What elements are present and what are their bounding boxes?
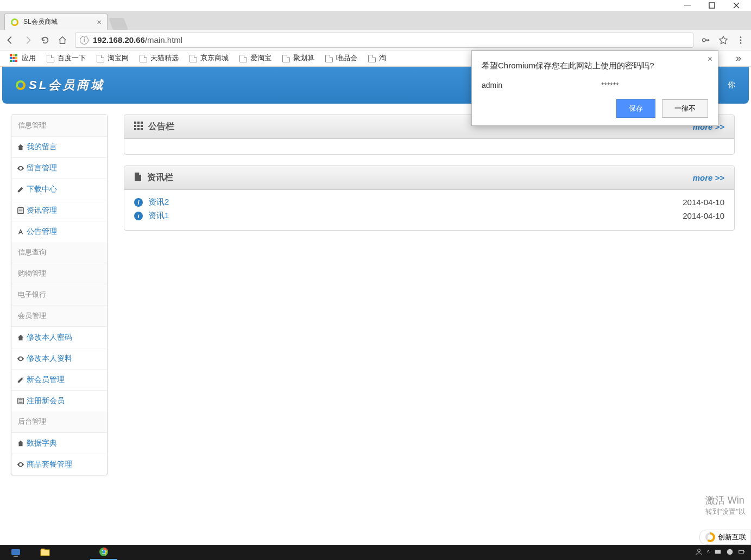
svg-point-4 bbox=[703, 39, 705, 41]
sidebar-item[interactable]: 资讯管理 bbox=[11, 200, 107, 221]
tab-close-icon[interactable]: × bbox=[97, 17, 102, 27]
list-icon bbox=[17, 207, 26, 214]
url-host: 192.168.20.66 bbox=[93, 35, 145, 44]
browser-tab[interactable]: SL会员商城 × bbox=[4, 14, 108, 30]
main-column: 公告栏 more >> 资讯栏 more >> i资讯22014-04-10i资… bbox=[124, 114, 735, 516]
home-button[interactable] bbox=[58, 35, 67, 45]
popup-password: ****** bbox=[601, 81, 619, 90]
sidebar-section-header: 购物管理 bbox=[11, 263, 107, 284]
page-icon bbox=[282, 55, 290, 62]
panel-header: 资讯栏 more >> bbox=[124, 166, 734, 190]
menu-icon[interactable] bbox=[736, 35, 746, 45]
news-row[interactable]: i资讯12014-04-10 bbox=[134, 209, 724, 222]
sidebar-section-header: 后台管理 bbox=[11, 411, 107, 432]
site-info-icon[interactable]: i bbox=[80, 36, 89, 44]
sidebar-item[interactable]: 修改本人资料 bbox=[11, 348, 107, 369]
news-more-link[interactable]: more >> bbox=[693, 173, 724, 182]
svg-rect-20 bbox=[137, 125, 140, 127]
sidebar-item-label: 我的留言 bbox=[27, 142, 57, 152]
page-icon bbox=[368, 55, 376, 62]
bookmark-item[interactable]: 天猫精选 bbox=[135, 52, 183, 65]
header-right-text: 你 bbox=[728, 80, 735, 90]
bookmark-item[interactable]: 百度一下 bbox=[42, 52, 90, 65]
window-titlebar bbox=[0, 0, 751, 11]
logo-ring-icon bbox=[16, 80, 26, 90]
sidebar-item-label: 数据字典 bbox=[27, 438, 57, 448]
svg-rect-19 bbox=[134, 125, 136, 127]
sidebar-item[interactable]: 注册新会员 bbox=[11, 390, 107, 411]
info-icon: i bbox=[134, 212, 143, 220]
svg-rect-23 bbox=[137, 128, 140, 130]
sidebar-panel: 信息管理我的留言留言管理下载中心资讯管理公告管理信息查询购物管理电子银行会员管理… bbox=[11, 114, 108, 475]
bookmark-item[interactable]: 爱淘宝 bbox=[235, 52, 276, 65]
document-icon bbox=[134, 173, 142, 183]
sidebar-item[interactable]: 公告管理 bbox=[11, 221, 107, 242]
sidebar-section-header: 会员管理 bbox=[11, 306, 107, 327]
sidebar-item[interactable]: 商品套餐管理 bbox=[11, 454, 107, 475]
panel-title-text: 资讯栏 bbox=[147, 172, 173, 183]
sidebar-item[interactable]: 修改本人密码 bbox=[11, 327, 107, 348]
bookmarks-apps[interactable]: 应用 bbox=[5, 52, 40, 65]
svg-rect-24 bbox=[141, 128, 143, 130]
bookmark-item[interactable]: 淘宝网 bbox=[92, 52, 133, 65]
sidebar-section-header: 电子银行 bbox=[11, 284, 107, 306]
svg-point-5 bbox=[740, 36, 742, 38]
eye-icon bbox=[17, 355, 26, 362]
news-date: 2014-04-10 bbox=[683, 198, 724, 207]
sidebar-item-label: 留言管理 bbox=[27, 163, 57, 173]
sidebar-item-label: 注册新会员 bbox=[27, 396, 65, 406]
page-icon bbox=[325, 55, 333, 62]
reload-button[interactable] bbox=[40, 35, 50, 45]
forward-button[interactable] bbox=[23, 35, 33, 45]
window-maximize-button[interactable] bbox=[699, 0, 724, 11]
svg-rect-0 bbox=[684, 5, 691, 5]
sidebar-item[interactable]: 留言管理 bbox=[11, 157, 107, 179]
favicon-icon bbox=[10, 18, 19, 27]
eye-icon bbox=[17, 164, 26, 172]
bookmark-item[interactable]: 唯品会 bbox=[321, 52, 362, 65]
site-logo[interactable]: SL会员商城 bbox=[16, 77, 105, 93]
popup-close-icon[interactable]: × bbox=[708, 54, 712, 64]
news-panel: 资讯栏 more >> i资讯22014-04-10i资讯12014-04-10 bbox=[124, 166, 735, 231]
popup-save-button[interactable]: 保存 bbox=[616, 99, 655, 118]
news-row[interactable]: i资讯22014-04-10 bbox=[134, 195, 724, 209]
bookmark-item[interactable]: 聚划算 bbox=[278, 52, 319, 65]
tab-title: SL会员商城 bbox=[23, 17, 58, 27]
sidebar-item[interactable]: 数据字典 bbox=[11, 432, 107, 454]
bookmark-item[interactable]: 淘 bbox=[364, 52, 390, 65]
sidebar-item-label: 修改本人密码 bbox=[27, 333, 72, 342]
key-icon[interactable] bbox=[701, 35, 711, 45]
home-icon bbox=[17, 143, 26, 151]
svg-rect-18 bbox=[141, 122, 143, 124]
page-icon bbox=[140, 55, 147, 62]
sidebar-section-header: 信息管理 bbox=[11, 115, 107, 136]
home-icon bbox=[17, 440, 26, 447]
sidebar: 信息管理我的留言留言管理下载中心资讯管理公告管理信息查询购物管理电子银行会员管理… bbox=[11, 114, 108, 516]
star-icon[interactable] bbox=[718, 35, 728, 45]
grid-icon bbox=[134, 122, 143, 132]
sidebar-item-label: 修改本人资料 bbox=[27, 354, 72, 364]
window-minimize-button[interactable] bbox=[675, 0, 699, 11]
new-tab-button[interactable] bbox=[109, 18, 128, 30]
svg-rect-1 bbox=[709, 3, 715, 8]
list-icon bbox=[17, 397, 26, 405]
sidebar-item[interactable]: 下载中心 bbox=[11, 179, 107, 200]
address-bar[interactable]: i 192.168.20.66/main.html bbox=[75, 33, 693, 48]
bookmarks-overflow-icon[interactable]: » bbox=[731, 53, 746, 64]
home-icon bbox=[17, 334, 26, 341]
popup-never-button[interactable]: 一律不 bbox=[662, 99, 708, 118]
eye-icon bbox=[17, 461, 26, 468]
sidebar-item[interactable]: 我的留言 bbox=[11, 136, 107, 157]
tab-strip: SL会员商城 × bbox=[0, 11, 751, 30]
svg-rect-16 bbox=[134, 122, 136, 124]
page-icon bbox=[239, 55, 247, 62]
window-close-button[interactable] bbox=[724, 0, 748, 11]
page-icon bbox=[47, 55, 54, 62]
sidebar-item-label: 下载中心 bbox=[27, 184, 57, 194]
bookmark-item[interactable]: 京东商城 bbox=[185, 52, 233, 65]
back-button[interactable] bbox=[5, 35, 15, 45]
sidebar-item-label: 公告管理 bbox=[27, 227, 57, 237]
sidebar-item[interactable]: 新会员管理 bbox=[11, 369, 107, 390]
font-icon bbox=[17, 228, 26, 236]
page-icon bbox=[190, 55, 197, 62]
